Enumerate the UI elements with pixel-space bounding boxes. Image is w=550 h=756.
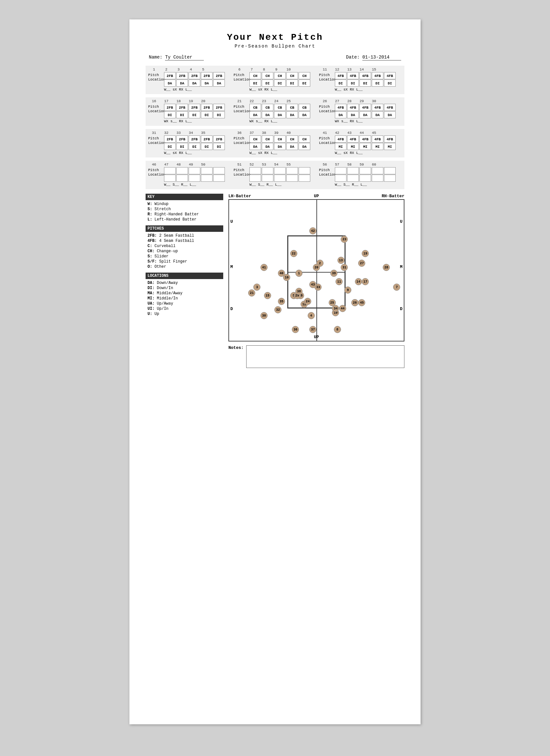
location-item: U: Up xyxy=(145,311,223,317)
bottom-section: KEY W: WindupS: StretchR: Right-Handed B… xyxy=(145,194,404,368)
key-item: L: Left-Handed Batter xyxy=(145,217,223,222)
pitch-dot-20: 20 xyxy=(313,264,320,271)
pitch-code: 2FB: xyxy=(147,233,157,238)
loc-cell-empty xyxy=(201,175,212,182)
up-top-label: UP xyxy=(314,194,319,199)
pitch-cell: 4FB xyxy=(360,135,371,143)
key-desc: Windup xyxy=(155,202,168,206)
pitch-dot-35: 35 xyxy=(278,298,285,305)
loc-cell: DI xyxy=(213,143,225,150)
loc-cell-empty xyxy=(176,175,188,182)
pitch-row: CBCBCBCBCB xyxy=(249,104,310,111)
location-code: DA: xyxy=(147,281,155,285)
pitch-dot-43: 43 xyxy=(309,281,317,288)
pitch-cell-empty xyxy=(286,167,298,174)
pitch-cell: 4FB xyxy=(360,104,371,111)
pitch-cell: 2FB xyxy=(189,135,200,143)
pitch-cell-empty xyxy=(335,167,347,174)
pitch-cells: CHCHCHCHCH DIDIDIDIDI xyxy=(249,72,310,87)
pitch-group-2: 5152535455 PitchLocation W__ S__ R__ L__ xyxy=(233,163,317,187)
pitch-code: S: xyxy=(147,254,152,259)
pitch-cell: 4FB xyxy=(335,72,347,79)
loc-cell: DI xyxy=(201,143,212,150)
location-desc: Middle/In xyxy=(157,296,178,301)
location-desc: Middle/Away xyxy=(157,291,182,296)
wsr-row: W__ S__ R__ L__ xyxy=(148,183,231,187)
location-desc: Up xyxy=(155,312,159,316)
location-item: UI: Up/In xyxy=(145,306,223,311)
field-labels-top: LH-Batter UP RH-Batter xyxy=(228,194,404,199)
loc-cell-empty xyxy=(274,175,286,182)
num-cell: 40 xyxy=(283,131,295,135)
pitch-cells: CHCHCHCHCH DADADADADA xyxy=(249,135,310,150)
pitch-location-row: PitchLocation CHCHCHCHCH DIDIDIDIDI xyxy=(233,72,317,87)
loc-cell-empty xyxy=(384,175,396,182)
pitch-dot-8: 8 xyxy=(334,326,341,333)
num-cell: 35 xyxy=(197,131,209,135)
pitch-cell: CH xyxy=(262,135,273,143)
loc-cell-empty xyxy=(299,175,310,182)
pitch-code: S/F: xyxy=(147,259,157,264)
pitch-nums: 3132333435 xyxy=(148,131,231,135)
pitch-dot-36: 36 xyxy=(292,326,299,333)
pitch-group-2: 3637383940 PitchLocation CHCHCHCHCH DADA… xyxy=(233,131,317,155)
key-header: KEY xyxy=(145,194,223,200)
num-cell: 9 xyxy=(270,68,282,71)
pitch-cell: 2FB xyxy=(201,104,212,111)
pitch-nums: 3637383940 xyxy=(233,131,317,135)
loc-cell-empty xyxy=(286,175,298,182)
location-desc: Down/In xyxy=(157,286,173,290)
pitch-dot-13: 13 xyxy=(338,257,345,264)
num-cell: 50 xyxy=(197,163,209,167)
num-cell: 44 xyxy=(356,131,368,135)
num-cell: 28 xyxy=(344,99,355,103)
u-left: U xyxy=(230,219,233,224)
pitch-cell: 4FB xyxy=(347,135,359,143)
pitch-row: 4FB4FB4FB4FB4FB xyxy=(335,72,396,79)
pitch-dot-30: 30 xyxy=(260,312,267,319)
pitch-dot-42: 42 xyxy=(309,227,317,234)
num-cell: 58 xyxy=(344,163,355,167)
pitch-dot-22: 22 xyxy=(290,250,297,257)
pl-label: PitchLocation xyxy=(148,104,163,114)
pitch-nums: 2627282930 xyxy=(319,99,402,103)
num-cell: 41 xyxy=(319,131,331,135)
num-cell: 37 xyxy=(246,131,257,135)
num-cell: 19 xyxy=(185,99,197,103)
loc-cell: DI xyxy=(299,80,310,87)
date-value: 01-13-2014 xyxy=(362,55,401,60)
pitch-item: CH: Change-up xyxy=(145,249,223,254)
pitch-cell: 2FB xyxy=(201,135,212,143)
pitch-cell: 4FB xyxy=(384,72,396,79)
loc-cell: DI xyxy=(274,80,286,87)
loc-cell: DA xyxy=(372,111,383,118)
loc-cell: DA xyxy=(274,143,286,150)
pitch-group-2: 2122232425 PitchLocation CBCBCBCBCB DADA… xyxy=(233,99,317,123)
location-item: MI: Middle/In xyxy=(145,296,223,301)
loc-cell: DA xyxy=(213,80,225,87)
pitch-cells: CBCBCBCBCB DADADADADA xyxy=(249,104,310,118)
num-cell: 26 xyxy=(319,99,331,103)
loc-cell: DI xyxy=(286,80,298,87)
key-item: W: Windup xyxy=(145,201,223,207)
pitch-dot-23: 23 xyxy=(341,236,348,243)
loc-cell: DI xyxy=(372,80,383,87)
location-code: MI: xyxy=(147,296,155,301)
pitch-desc: Split Finger xyxy=(159,259,187,264)
location-item: DI: Down/In xyxy=(145,286,223,291)
loc-cell: DA xyxy=(286,143,298,150)
pitch-cell-empty xyxy=(299,167,310,174)
num-cell: 42 xyxy=(331,131,343,135)
loc-cell-empty xyxy=(347,175,359,182)
pitch-dot-15: 15 xyxy=(264,292,271,299)
key-desc: Left-Handed Batter xyxy=(155,217,197,222)
num-cell: 45 xyxy=(368,131,380,135)
pitch-cell: CH xyxy=(274,135,286,143)
num-cell: 36 xyxy=(233,131,245,135)
loc-cell: DA xyxy=(164,80,176,87)
pitch-group-1: 1617181920 PitchLocation 2FB2FB2FB2FB2FB… xyxy=(148,99,231,123)
notes-box[interactable] xyxy=(246,345,404,368)
wsr-row: WX s__ RX L__ xyxy=(319,119,402,123)
pl-label: PitchLocation xyxy=(233,167,248,177)
location-item: MA: Middle/Away xyxy=(145,291,223,296)
